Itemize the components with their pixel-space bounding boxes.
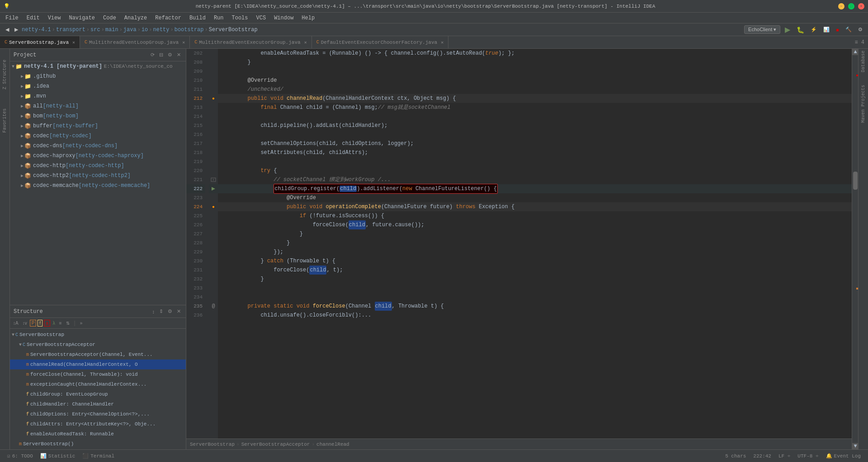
sort-type-btn[interactable]: ⇕ [158,308,165,315]
favorites-label[interactable]: Favorites [2,108,7,133]
tab-close-defaulteventexecutorchooserfactory[interactable]: ✕ [441,40,443,45]
breadcrumb-java[interactable]: java [123,27,137,33]
menu-vcs[interactable]: VCS [253,14,270,22]
breadcrumb-transport[interactable]: transport [56,27,85,33]
todo-btn[interactable]: ☑ 6: TODO [4,450,37,462]
collapse-btn[interactable]: ⊟ [158,51,165,58]
z-structure-label[interactable]: Z Structure [2,60,7,89]
struct-lambda[interactable]: λ [52,320,57,326]
struct-sb-constructor[interactable]: m ServerBootstrap() [10,439,186,449]
tree-root[interactable]: ▼ 📁 netty-4.1 [netty-parent] E:\IDEA\net… [10,61,186,71]
event-log-btn[interactable]: 🔔 Event Log [822,450,864,462]
tree-codec[interactable]: ▶ 📦 codec [netty-codec] [10,131,186,141]
breadcrumb-netty[interactable]: netty-4.1 [22,27,51,33]
maven-projects-tab[interactable]: Maven Projects [861,85,866,123]
menu-refactor[interactable]: Refactor [151,14,185,22]
struct-childgroup[interactable]: f childGroup: EventLoopGroup [10,389,186,399]
build-button[interactable]: 🔨 [844,26,854,33]
menu-navigate[interactable]: Navigate [65,14,99,22]
menu-code[interactable]: Code [99,14,120,22]
sort-alpha-btn[interactable]: ↕ [151,308,156,315]
run-config-btn[interactable]: EchoClient ▾ [744,25,780,34]
struct-nonpublic[interactable]: ≡ [58,320,63,326]
tree-codec-dns[interactable]: ▶ 📦 codec-dns [netty-codec-dns] [10,141,186,151]
tree-codec-haproxy[interactable]: ▶ 📦 codec-haproxy [netty-codec-haproxy] [10,151,186,161]
encoding[interactable]: UTF-8 ÷ [794,450,822,462]
debug-button[interactable]: 🐛 [795,25,806,34]
settings-button[interactable]: ⚙ [856,26,864,33]
breadcrumb-io[interactable]: io [142,27,148,33]
tab-multithreadeventexecutorgroup[interactable]: C MultithreadEventExecutorGroup.java ✕ [190,36,311,49]
tab-close-multithreadeventloopgroup[interactable]: ✕ [182,40,185,45]
tree-bom[interactable]: ▶ 📦 bom [netty-bom] [10,111,186,121]
tab-multithreadeventloopgroup[interactable]: C MultithreadEventLoopGroup.java ✕ [80,36,190,49]
menu-file[interactable]: File [2,14,22,22]
struct-expand[interactable]: ⇅ [65,320,71,326]
stop-button[interactable]: ■ [834,26,841,33]
tree-mvn[interactable]: ▶ 📁 .mvn [10,91,186,101]
struct-enableautoreadtask[interactable]: f enableAutoReadTask: Runnable [10,429,186,439]
code-editor[interactable]: enableAutoReadTask = (Runnable) () -> { … [218,49,852,439]
forward-button[interactable]: ▶ [13,26,20,33]
struct-exceptioncaught[interactable]: m exceptionCaught(ChannelHandlerContex..… [10,379,186,389]
breakpoint-212[interactable]: ● [212,96,215,101]
struct-childattrs[interactable]: f childAttrs: Entry<AttributeKey<?>, Obj… [10,419,186,429]
struct-constructor[interactable]: m ServerBootstrapAcceptor(Channel, Event… [10,350,186,359]
close-project-btn[interactable]: ✕ [175,51,182,58]
struct-serverbootstrap[interactable]: ▼ C ServerBootstrap [10,330,186,340]
breadcrumb-src[interactable]: src [90,27,100,33]
breakpoint-224[interactable]: ● [212,205,215,210]
coverage-button[interactable]: ⚡ [809,26,819,33]
maximize-button[interactable]: □ [848,3,854,9]
tree-all[interactable]: ▶ 📦 all [netty-all] [10,101,186,111]
database-tab[interactable]: Database [861,51,866,72]
menu-build[interactable]: Build [186,14,209,22]
tree-codec-http[interactable]: ▶ 📦 codec-http [netty-codec-http] [10,161,186,171]
breadcrumb-netty2[interactable]: netty [153,27,169,33]
menu-view[interactable]: View [44,14,65,22]
minimize-button[interactable]: – [838,3,844,9]
tree-codec-memcache[interactable]: ▶ 📦 codec-memcache [netty-codec-memcache… [10,181,186,191]
menu-window[interactable]: Window [270,14,297,22]
tab-serverbootstrap[interactable]: C ServerBootstrap.java ✕ [0,36,80,49]
scroll-up-btn[interactable]: ▲ [852,49,859,55]
breadcrumb-serverbootstrap[interactable]: ServerBootstrap [209,27,258,33]
struct-childoptions[interactable]: f childOptions: Entry<ChannelOption<?>,.… [10,409,186,419]
breadcrumb-main[interactable]: main [105,27,118,33]
sync-btn[interactable]: ⟳ [149,51,156,58]
struct-serverbootstrapacceptor[interactable]: ▼ C ServerBootstrapAcceptor [10,340,186,350]
tab-close-serverbootstrap[interactable]: ✕ [72,40,75,45]
tree-github[interactable]: ▶ 📁 .github [10,71,186,81]
struct-sort-alpha[interactable]: ↕A [12,320,20,326]
line-ending[interactable]: LF ÷ [775,450,794,462]
struct-childhandler[interactable]: f childHandler: ChannelHandler [10,399,186,409]
run-button[interactable]: ▶ [783,24,792,35]
menu-analyze[interactable]: Analyze [121,14,151,22]
profile-button[interactable]: 📊 [821,26,831,33]
tab-overflow-btn[interactable]: ≡ 4 [851,39,868,46]
structure-close-btn[interactable]: ✕ [175,308,182,315]
menu-tools[interactable]: Tools [228,14,252,22]
struct-fields[interactable]: f [38,320,42,327]
gear-btn[interactable]: ⚙ [166,51,174,58]
tree-codec-http2[interactable]: ▶ 📦 codec-http2 [netty-codec-http2] [10,171,186,181]
menu-edit[interactable]: Edit [23,14,43,22]
scroll-down-btn[interactable]: ▼ [852,443,859,449]
breadcrumb-bootstrap[interactable]: bootstrap [175,27,204,33]
tab-close-multithreadeventexecutorgroup[interactable]: ✕ [304,40,307,45]
structure-gear-btn[interactable]: ⚙ [166,308,174,315]
close-button[interactable]: ✕ [858,3,864,9]
menu-run[interactable]: Run [210,14,227,22]
tree-idea[interactable]: ▶ 📁 .idea [10,81,186,91]
struct-anon[interactable]: P [30,320,37,327]
terminal-btn[interactable]: ⬛ Terminal [79,450,118,462]
struct-sort-visi[interactable]: ↕v [21,320,28,326]
back-button[interactable]: ◀ [4,26,11,33]
scrollbar-thumb[interactable] [853,172,858,190]
menu-help[interactable]: Help [298,14,318,22]
statistic-btn[interactable]: 📊 Statistic [37,450,79,462]
tab-defaulteventexecutorchooserfactory[interactable]: C DefaultEventExecutorChooserFactory.jav… [312,36,449,49]
struct-inherited[interactable]: a [44,320,50,327]
struct-channelread[interactable]: m channelRead(ChannelHandlerContext, O [10,359,186,369]
struct-more[interactable]: » [79,320,84,326]
